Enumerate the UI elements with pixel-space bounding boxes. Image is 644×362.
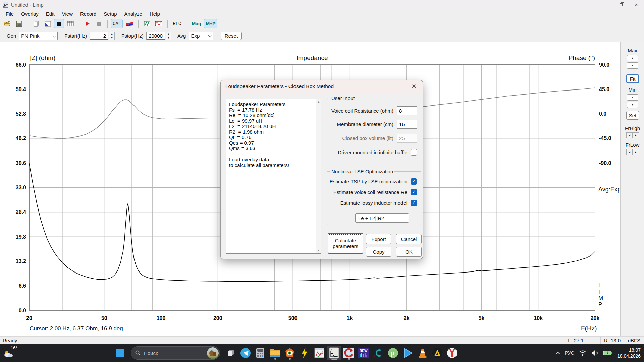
avg-indicator: Avg:Exp (598, 186, 621, 193)
wifi-icon[interactable] (579, 350, 586, 356)
min-down-button[interactable]: ▼ (627, 102, 638, 108)
menu-view[interactable]: View (58, 10, 76, 18)
rlc-button[interactable]: RLC (171, 19, 183, 28)
copy-button[interactable] (31, 19, 41, 28)
estimate-tsp-checkbox[interactable] (411, 178, 417, 185)
menu-edit[interactable]: Edit (42, 10, 58, 18)
fstart-spinner[interactable]: ▲ ▼ (109, 32, 115, 40)
estimate-re-checkbox[interactable] (411, 189, 417, 195)
menu-overlay[interactable]: Overlay (17, 10, 42, 18)
max-up-button[interactable]: ▲ (627, 55, 638, 61)
spin-down-icon[interactable]: ▼ (166, 36, 171, 40)
results-scrollbar[interactable]: ▲ ▼ (316, 99, 321, 253)
menu-record[interactable]: Record (76, 10, 100, 18)
save-button[interactable] (14, 19, 24, 28)
taskbar-item-telegram[interactable] (238, 346, 253, 360)
taskbar-item-player[interactable] (400, 346, 415, 360)
stop-button[interactable] (94, 19, 104, 28)
taskbar-item-aimp[interactable] (430, 346, 445, 360)
taskbar-item-explorer[interactable] (268, 346, 282, 360)
search-box[interactable]: Поиск (131, 346, 220, 360)
taskbar-item-yandex[interactable] (445, 346, 460, 360)
min-up-button[interactable]: ▲ (627, 94, 638, 101)
fstart-input[interactable] (90, 32, 108, 40)
spectrum-view-button[interactable] (142, 19, 152, 28)
spin-up-icon[interactable]: ▲ (109, 32, 115, 36)
volume-icon[interactable] (591, 350, 598, 356)
infinite-baffle-checkbox[interactable] (411, 149, 417, 156)
language-indicator[interactable]: РУС (565, 350, 574, 356)
restore-button[interactable] (613, 0, 629, 9)
close-button[interactable]: × (629, 0, 644, 9)
taskbar-item-limp[interactable]: n (327, 346, 341, 360)
tray-expand-icon[interactable] (556, 352, 560, 356)
export-button[interactable]: Export (366, 234, 391, 244)
background-color-button[interactable] (43, 19, 53, 28)
clock[interactable]: 18:07 18.04.2026 (617, 347, 641, 359)
search-doodle-image[interactable] (207, 347, 219, 359)
cancel-button[interactable]: Cancel (396, 234, 422, 244)
voice-coil-input[interactable] (397, 106, 417, 115)
fstop-input[interactable] (146, 32, 165, 40)
spin-down-icon[interactable]: ▼ (109, 36, 115, 40)
svg-text:50: 50 (101, 315, 107, 321)
minimize-button[interactable] (598, 0, 613, 9)
app-icon (3, 2, 8, 8)
frlow-left-button[interactable]: ◄ (626, 149, 633, 155)
scroll-down-icon[interactable]: ▼ (316, 248, 321, 253)
estimate-inductor-checkbox[interactable] (411, 200, 417, 206)
taskbar-item-arta[interactable] (312, 346, 327, 360)
magnitude-button[interactable]: Mag (190, 19, 203, 28)
weather-widget[interactable]: 16° (3, 345, 21, 361)
scroll-up-icon[interactable]: ▲ (316, 99, 321, 105)
parameters-results-box[interactable]: Loudspeaker Parameters Fs = 17.78 Hz Re … (226, 99, 321, 254)
pause-button[interactable] (54, 19, 64, 28)
calculate-parameters-button[interactable]: Calculate parameters (328, 233, 363, 254)
taskbar-item-eye-browser[interactable] (282, 346, 297, 360)
oscilloscope-icon (155, 21, 162, 26)
taskbar-item-utorrent[interactable]: µ (386, 346, 400, 360)
svg-text:59.4: 59.4 (16, 86, 26, 92)
taskbar-item-rew[interactable]: REW (356, 346, 371, 360)
overlay-colors-button[interactable] (124, 19, 135, 28)
table-view-button[interactable] (65, 19, 75, 28)
spin-up-icon[interactable]: ▲ (166, 32, 171, 36)
fit-button[interactable]: Fit (626, 74, 639, 83)
taskbar-item-converter[interactable] (341, 346, 356, 360)
taskbar-item-clio[interactable]: 6 (371, 346, 386, 360)
max-down-button[interactable]: ▼ (627, 62, 638, 69)
start-button[interactable] (113, 346, 127, 360)
fstop-spinner[interactable]: ▲ ▼ (166, 32, 171, 40)
inductor-model-select[interactable]: Le + L2||R2 (355, 213, 409, 223)
reset-button[interactable]: Reset (221, 32, 241, 40)
generator-select[interactable]: PN Pink (19, 32, 58, 40)
telegram-icon (240, 348, 251, 358)
svg-text:500: 500 (288, 315, 298, 321)
menu-analyze[interactable]: Analyze (121, 10, 146, 18)
membrane-diameter-input[interactable] (397, 120, 417, 129)
calibrate-button[interactable]: CAL (111, 19, 123, 28)
menu-file[interactable]: File (2, 10, 17, 18)
ok-button[interactable]: OK (396, 247, 422, 257)
frlow-right-button[interactable]: ► (633, 149, 639, 155)
record-button[interactable] (83, 19, 93, 28)
menu-setup[interactable]: Setup (100, 10, 120, 18)
avg-label: Avg (177, 33, 186, 39)
menu-help[interactable]: Help (146, 10, 164, 18)
copy-button-dialog[interactable]: Copy (366, 247, 391, 257)
battery-icon[interactable] (603, 350, 612, 356)
taskbar-item-lightning[interactable] (297, 346, 312, 360)
set-button[interactable]: Set (626, 111, 639, 120)
limp-watermark: L I M P (598, 282, 603, 308)
oscilloscope-button[interactable] (153, 19, 164, 28)
toolbar-separator (186, 20, 186, 28)
taskbar-item-calculator[interactable] (253, 346, 268, 360)
open-file-button[interactable] (2, 19, 13, 28)
frhigh-left-button[interactable]: ◄ (626, 132, 633, 138)
frhigh-right-button[interactable]: ► (633, 132, 639, 138)
task-view-button[interactable] (223, 346, 238, 360)
dialog-close-icon[interactable]: ✕ (410, 83, 418, 90)
averaging-select[interactable]: Exp (189, 32, 213, 40)
magnitude-phase-button[interactable]: M+P (204, 19, 217, 28)
taskbar-item-vlc[interactable] (415, 346, 430, 360)
